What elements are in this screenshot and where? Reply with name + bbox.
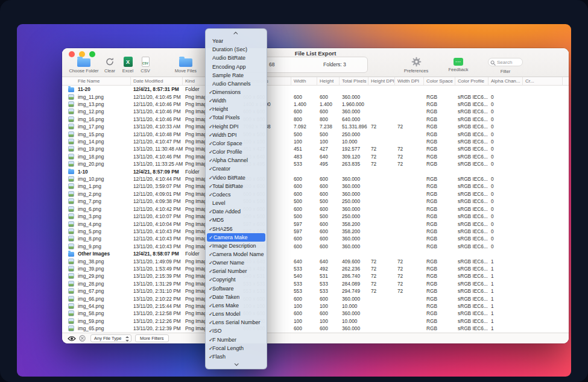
table-row[interactable]: img_17.png 13/11/20, 4:10:33 AM Png Imag… xyxy=(62,123,569,130)
date-modified: 13/11/20, 2:15:39 PM xyxy=(131,273,183,279)
table-row[interactable]: img_12.png 13/11/20, 4:10:46 PM Png Imag… xyxy=(62,108,569,115)
menu-item[interactable]: ISO xyxy=(206,327,267,335)
menu-item[interactable]: Duration (Sec) xyxy=(206,45,267,54)
menu-item[interactable]: Camera Make xyxy=(207,233,265,242)
table-row[interactable]: img_20.png 13/11/20, 11:33:25 AM Png Ima… xyxy=(62,160,569,168)
filter-label[interactable]: Filter xyxy=(488,69,523,74)
menu-item[interactable]: Software xyxy=(206,284,267,293)
table-row[interactable]: img_38.png 13/11/20, 1:49:09 PM Png Imag… xyxy=(62,257,569,265)
table-row[interactable]: img_1.png 12/11/20, 3:59:07 PM Png Image… xyxy=(62,183,569,190)
menu-item[interactable]: Copyright xyxy=(206,275,267,284)
menu-item[interactable]: Focal Length xyxy=(206,344,267,352)
column-header-height-dpi[interactable]: Height DPI xyxy=(368,77,395,85)
table-row[interactable]: img_14.png 12/11/20, 4:10:47 PM Png Imag… xyxy=(62,138,569,145)
menu-item[interactable]: Alpha Channel xyxy=(206,156,267,164)
menu-scroll-up[interactable] xyxy=(206,30,267,37)
table-row[interactable]: img_64.png 13/11/20, 2:15:44 PM Png Imag… xyxy=(62,302,569,310)
table-row[interactable]: img_6.png 12/11/20, 4:10:42 PM Png Image… xyxy=(62,205,569,213)
table-row[interactable]: img_5.png 13/11/20, 4:10:43 PM Png Image… xyxy=(62,228,569,235)
column-header-file-name[interactable]: File Name xyxy=(68,77,131,85)
table-row[interactable]: img_10.png 12/11/20, 4:10:44 PM Png Imag… xyxy=(62,175,569,183)
table-row[interactable]: img_59.png 13/11/20, 2:12:26 PM Png Imag… xyxy=(62,318,569,325)
clear-button[interactable]: Clear xyxy=(101,57,119,74)
menu-item[interactable]: Image Description xyxy=(206,242,267,250)
menu-item[interactable]: SHA256 xyxy=(206,224,267,233)
menu-item[interactable]: Height DPI xyxy=(206,122,267,131)
feedback-button[interactable]: ··· Feedback xyxy=(444,57,473,72)
choose-folder-button[interactable]: Choose Folder xyxy=(67,57,101,74)
search-input[interactable] xyxy=(497,58,522,66)
menu-item[interactable]: Audio Channels xyxy=(206,80,267,88)
csv-export-button[interactable]: CSV CSV xyxy=(137,57,154,74)
menu-item[interactable]: Audio BitRate xyxy=(206,54,267,62)
column-header-height[interactable]: Height xyxy=(317,77,340,85)
table-row[interactable]: img_67.png 13/11/20, 2:31:10 PM Png Imag… xyxy=(62,287,569,295)
menu-item[interactable]: Codecs xyxy=(206,190,267,199)
preferences-button[interactable]: Preferences xyxy=(402,57,431,74)
menu-item[interactable]: Color Space xyxy=(206,139,267,148)
table-row[interactable]: img_66.png 13/11/20, 2:10:22 PM Png Imag… xyxy=(62,295,569,302)
menu-item[interactable]: Camera Model Name xyxy=(206,250,267,258)
table-row[interactable]: img_28.png 13/11/20, 1:31:29 PM Png Imag… xyxy=(62,280,569,287)
move-files-button[interactable]: Move Files xyxy=(169,57,202,74)
table-row[interactable]: img_8.png 12/11/20, 4:10:43 PM Png Image… xyxy=(62,235,569,242)
visibility-toggle[interactable] xyxy=(68,336,76,342)
menu-item[interactable]: Flash xyxy=(206,352,267,361)
menu-item[interactable]: Owner Name xyxy=(206,258,267,267)
menu-item[interactable]: Lens Make xyxy=(206,301,267,310)
menu-item[interactable]: Total BitRate xyxy=(206,182,267,190)
menu-item[interactable]: MD5 xyxy=(206,216,267,224)
column-header-width-dpi[interactable]: Width DPI xyxy=(395,77,424,85)
excel-export-button[interactable]: X Excel xyxy=(119,57,137,74)
menu-item[interactable]: Serial Number xyxy=(206,267,267,275)
column-header-color-profile[interactable]: Color Profile xyxy=(455,77,488,85)
menu-item[interactable]: Color Profile xyxy=(206,148,267,156)
menu-item-label: Height xyxy=(212,106,228,112)
clear-filter-button[interactable] xyxy=(79,335,86,342)
table-row[interactable]: img_65.png 13/11/20, 2:12:39 PM Png Imag… xyxy=(62,325,569,332)
menu-scroll-down[interactable] xyxy=(206,361,267,368)
menu-item[interactable]: Lens Serial Number xyxy=(206,318,267,327)
table-row[interactable]: img_58.png 13/11/20, 2:12:58 PM Png Imag… xyxy=(62,310,569,317)
table-row[interactable]: img_3.png 12/11/20, 4:10:07 PM Png Image… xyxy=(62,213,569,220)
table-row[interactable]: img_7.png 12/11/20, 4:09:38 PM Png Image… xyxy=(62,198,569,205)
column-header-total-pixels[interactable]: Total Pixels xyxy=(340,77,368,85)
table-row[interactable]: 1-10 12/4/21, 8:57:09 PM Folder xyxy=(62,168,569,175)
table-row[interactable]: img_2.png 12/11/20, 4:09:01 PM Png Image… xyxy=(62,190,569,198)
table-row[interactable]: img_4.png 12/11/20, 4:10:04 PM Png Image… xyxy=(62,220,569,227)
menu-item[interactable]: Total Pixels xyxy=(206,113,267,122)
menu-item[interactable]: Date Added xyxy=(206,207,267,216)
table-row[interactable]: img_16.png 13/11/20, 4:10:46 PM Png Imag… xyxy=(62,116,569,123)
column-header-alpha-channel[interactable]: Alpha Chan... xyxy=(488,77,523,85)
menu-item[interactable]: Height xyxy=(206,105,267,113)
column-header-creator[interactable]: Cr... xyxy=(523,77,563,85)
menu-item[interactable]: Level xyxy=(206,199,267,207)
menu-item[interactable]: Encoding App xyxy=(206,62,267,70)
column-header-width[interactable]: Width xyxy=(291,77,317,85)
table-row[interactable]: img_18.png 13/11/20, 4:10:46 PM Png Imag… xyxy=(62,153,569,160)
search-field[interactable] xyxy=(488,58,523,66)
table-row[interactable]: img_39.png 13/11/20, 1:53:49 PM Png Imag… xyxy=(62,265,569,272)
menu-item[interactable]: Width DPI xyxy=(206,131,267,139)
file-type-select[interactable]: Any File Type xyxy=(90,334,131,342)
menu-item[interactable]: Year xyxy=(206,37,267,45)
table-row[interactable]: img_19.png 13/11/20, 11:30:48 AM Png Ima… xyxy=(62,145,569,152)
column-header-date-modified[interactable]: Date Modified xyxy=(131,77,183,85)
column-header-color-space[interactable]: Color Space xyxy=(424,77,455,85)
table-row[interactable]: img_13.png 12/11/20, 4:10:46 PM Png Imag… xyxy=(62,101,569,108)
menu-item[interactable]: Dimensions xyxy=(206,88,267,96)
table-row[interactable]: Other Images 12/4/21, 8:58:07 PM Folder xyxy=(62,250,569,257)
menu-item[interactable]: Lens Model xyxy=(206,310,267,318)
table-row[interactable]: 11-20 12/4/21, 8:57:31 PM Folder xyxy=(62,86,569,93)
table-row[interactable]: img_15.png 12/11/20, 4:10:48 PM Png Imag… xyxy=(62,130,569,137)
table-row[interactable]: img_29.png 13/11/20, 2:15:39 PM Png Imag… xyxy=(62,272,569,280)
menu-item[interactable]: Date Taken xyxy=(206,293,267,301)
menu-item[interactable]: F Number xyxy=(206,335,267,343)
menu-item[interactable]: Creator xyxy=(206,164,267,173)
more-filters-button[interactable]: More Filters xyxy=(135,334,169,342)
menu-item[interactable]: Width xyxy=(206,96,267,105)
menu-item[interactable]: Video BitRate xyxy=(206,174,267,182)
menu-item[interactable]: Sample Rate xyxy=(206,71,267,80)
table-row[interactable]: img_11.png 12/11/20, 4:10:45 PM Png Imag… xyxy=(62,93,569,100)
table-row[interactable]: img_9.png 13/11/20, 4:10:43 PM Png Image… xyxy=(62,243,569,250)
